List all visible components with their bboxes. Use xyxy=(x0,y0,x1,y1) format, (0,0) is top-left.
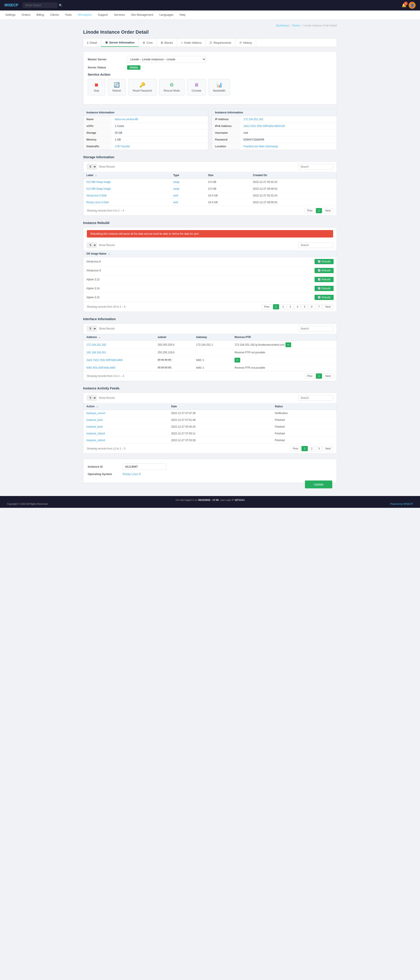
tab-blocks[interactable]: ⊞ Blocks xyxy=(157,39,177,47)
nav-clients[interactable]: Clients xyxy=(49,11,60,19)
bandwidth-button[interactable]: 📊 Bandwidth xyxy=(208,79,230,95)
info-row-storage: Storage 25 GB xyxy=(83,130,208,136)
iface-subnet: ffff:ffff:ffff:ffff:: xyxy=(155,364,193,371)
activity-page-1[interactable]: 1 xyxy=(302,446,308,451)
master-server-label: Master Server xyxy=(88,58,127,61)
rebuild-page-5[interactable]: 5 xyxy=(302,304,308,309)
interface-search[interactable] xyxy=(298,326,333,331)
master-server-select[interactable]: Linode – Linode Instances – Linode xyxy=(127,56,206,63)
rebuild-section: Instance Rebuild Rebuilding this instanc… xyxy=(83,221,337,312)
name-key: Name xyxy=(83,116,112,123)
table-row: 512 MB Swap Image swap 0.5 GB 2022-12-27… xyxy=(83,179,337,186)
rebuild-records-select[interactable]: 5 xyxy=(87,242,97,248)
storage-records-select[interactable]: 5 xyxy=(87,164,97,170)
rebuild-btn[interactable]: 🔄 Rebuild xyxy=(315,259,334,264)
table-row: Alpine 3.14 🔄 Rebuild xyxy=(83,284,337,293)
activity-page-2[interactable]: 2 xyxy=(309,446,315,451)
rebuild-page-7[interactable]: 7 xyxy=(316,304,322,309)
avatar[interactable]: 👤 xyxy=(409,2,416,9)
nav-support[interactable]: Support xyxy=(97,11,109,19)
rebuild-pagination-info: Showing records from 35 to 1 – 5 xyxy=(87,305,126,308)
tab-core[interactable]: ⚙ Core xyxy=(139,39,157,47)
rebuild-pagination: Showing records from 35 to 1 – 5 Prev 1 … xyxy=(83,302,337,312)
rebuild-next-btn[interactable]: Next xyxy=(323,304,333,309)
activity-date: 2022-12-27 07:55:11 xyxy=(168,430,272,437)
breadcrumb-orders[interactable]: Orders xyxy=(292,24,300,27)
reset-password-button[interactable]: 🔑 Reset Password xyxy=(128,79,157,95)
rebuild-page-1[interactable]: 1 xyxy=(273,304,279,309)
rebuild-btn[interactable]: 🔄 Rebuild xyxy=(315,295,334,300)
rebuild-action-cell: 🔄 Rebuild xyxy=(221,284,337,293)
interface-prev-btn[interactable]: Prev xyxy=(305,374,315,379)
rebuild-btn[interactable]: 🔄 Rebuild xyxy=(315,286,334,291)
search-input[interactable] xyxy=(22,2,57,8)
instance-info-tables: Instance Information Name demo-eu-centra… xyxy=(83,109,337,150)
storage-search[interactable] xyxy=(298,164,333,170)
nav-tools[interactable]: Tools xyxy=(64,11,72,19)
tab-requirements[interactable]: ☑ Requirements xyxy=(206,39,235,47)
update-button[interactable]: Update xyxy=(305,480,332,488)
activity-prev-btn[interactable]: Prev xyxy=(291,446,301,451)
rebuild-btn[interactable]: 🔄 Rebuild xyxy=(315,268,334,273)
activity-search[interactable] xyxy=(298,395,333,401)
storage-label: 512 MB Swap Image xyxy=(83,179,170,186)
table-row: instance_reboot 2022-12-27 07:55:11 Fini… xyxy=(83,430,337,437)
rebuild-page-6[interactable]: 6 xyxy=(309,304,315,309)
activity-status: Finished xyxy=(272,423,337,430)
iface-sort-icon: ▲ xyxy=(99,336,101,339)
nav-wanalytics[interactable]: WAnalytics xyxy=(77,11,93,19)
table-row: AlmaLinux 8 🔄 Rebuild xyxy=(83,257,337,266)
activity-page-3[interactable]: 3 xyxy=(316,446,322,451)
storage-prev-btn[interactable]: Prev xyxy=(305,208,315,213)
stop-button[interactable]: ⏹ Stop xyxy=(88,79,105,95)
console-button[interactable]: 🖥 Console xyxy=(187,79,206,95)
tab-history[interactable]: ↺ History xyxy=(235,39,256,47)
instance-id-input[interactable] xyxy=(123,463,166,470)
rebuild-prev-btn[interactable]: Prev xyxy=(262,304,272,309)
storage-page-1[interactable]: 1 xyxy=(316,208,322,213)
rebuild-btn[interactable]: 🔄 Rebuild xyxy=(315,277,334,282)
last-login: You last logged in on 26/12/2022 - 17:30… xyxy=(3,499,417,501)
nav-help[interactable]: Help xyxy=(179,11,186,19)
rebuild-page-3[interactable]: 3 xyxy=(287,304,294,309)
rebuild-page-4[interactable]: 4 xyxy=(294,304,301,309)
instance-info-left-header: Instance Information xyxy=(83,109,208,116)
nav-languages[interactable]: Languages xyxy=(158,11,174,19)
core-icon: ⚙ xyxy=(143,41,145,45)
storage-type: swap xyxy=(170,186,205,192)
storage-next-btn[interactable]: Next xyxy=(323,208,333,213)
tab-order-addons[interactable]: + Order Addons xyxy=(177,39,206,47)
interface-next-btn[interactable]: Next xyxy=(323,374,333,379)
interface-page-1[interactable]: 1 xyxy=(316,374,322,379)
rescue-mode-button[interactable]: ⚙ Rescue Mode xyxy=(159,79,184,95)
storage-label: Rocky Linux 9 Disk xyxy=(83,199,170,206)
nav-billing[interactable]: Billing xyxy=(36,11,45,19)
nav-settings[interactable]: Settings xyxy=(4,11,16,19)
tab-addons-label: Order Addons xyxy=(184,41,201,45)
breadcrumb-dashboard[interactable]: Dashboard xyxy=(276,24,289,27)
page-title: Linode Instance Order Detail xyxy=(83,29,337,35)
footer: You last logged in on 26/12/2022 - 17:30… xyxy=(0,496,420,508)
rebuild-page-2[interactable]: 2 xyxy=(280,304,286,309)
table-row: Alpine 3.15 🔄 Rebuild xyxy=(83,293,337,302)
storage-size: 0.5 GB xyxy=(205,186,250,192)
activity-records-select[interactable]: 5 xyxy=(87,395,97,401)
nav-services[interactable]: Services xyxy=(113,11,126,19)
breadcrumb-sep1: / xyxy=(290,24,291,27)
rebuild-search[interactable] xyxy=(298,242,333,248)
tab-server-information[interactable]: 🖥 Server Information xyxy=(101,39,139,47)
notification-bell[interactable]: 🔔 6 xyxy=(402,3,406,8)
iface-col-address: Address ▲ xyxy=(83,334,155,340)
nav-orders[interactable]: Orders xyxy=(21,11,31,19)
nav-site-management[interactable]: Site Management xyxy=(130,11,154,19)
rebuild-sort-icon: ▲ xyxy=(108,253,110,255)
storage-created: 2022-12-27 08:06:03 xyxy=(250,199,337,206)
table-row: instance_boot 2022-12-27 07:51:48 Finish… xyxy=(83,417,337,423)
edit-reverse-ptr-btn[interactable]: ✏ xyxy=(235,358,240,363)
activity-status: Notification xyxy=(272,410,337,417)
interface-records-select[interactable]: 5 xyxy=(87,326,97,331)
reboot-button[interactable]: 🔄 Reboot xyxy=(108,79,126,95)
tab-detail[interactable]: ℹ Detail xyxy=(83,39,101,47)
edit-reverse-ptr-btn[interactable]: ✏ xyxy=(286,342,291,347)
activity-next-btn[interactable]: Next xyxy=(323,446,333,451)
